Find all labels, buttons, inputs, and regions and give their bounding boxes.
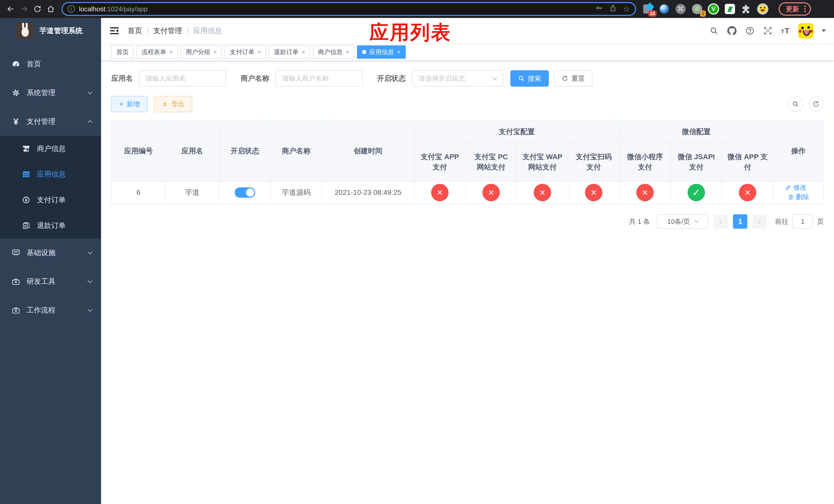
enabled-toggle[interactable] <box>235 187 255 198</box>
user-avatar[interactable] <box>798 23 813 39</box>
password-key-icon[interactable] <box>595 4 603 14</box>
toggle-search-button[interactable] <box>788 96 803 112</box>
col-status: 开启状态 <box>219 121 270 181</box>
chevron-up-icon <box>87 120 93 125</box>
col-wx-jsapi: 微信 JSAPI 支付 <box>671 143 722 181</box>
sidebar-item-pay-order[interactable]: 支付订单 <box>0 187 101 213</box>
extension-avatar-icon[interactable]: 1 <box>692 3 703 15</box>
search-button[interactable]: 搜索 <box>510 70 549 87</box>
reset-button[interactable]: 重置 <box>554 70 592 87</box>
breadcrumb-payment[interactable]: 支付管理 <box>153 26 182 36</box>
prev-page-button[interactable]: ‹ <box>714 214 728 229</box>
col-alipay-pc: 支付宝 PC 网站支付 <box>465 143 517 181</box>
col-wx-app: 微信 APP 支付 <box>722 143 773 181</box>
breadcrumb-home[interactable]: 首页 <box>128 26 142 36</box>
payment-submenu: 商户信息 应用信息 支付订单 <box>0 136 101 238</box>
sidebar-item-dev-tools[interactable]: 研发工具 <box>0 267 101 296</box>
tab-merchant-info[interactable]: 商户信息× <box>313 45 354 59</box>
help-icon[interactable] <box>745 26 755 36</box>
briefcase-icon <box>11 277 21 286</box>
sidebar-item-home[interactable]: 首页 <box>0 50 101 78</box>
wx-jsapi-status-icon <box>687 184 705 201</box>
sidebar-item-payment[interactable]: ¥ 支付管理 <box>0 107 101 136</box>
export-button[interactable]: 导出 <box>154 96 192 112</box>
app-logo[interactable]: 芋道管理系统 <box>0 18 101 44</box>
add-button[interactable]: + 新增 <box>111 96 148 112</box>
browser-forward-icon[interactable] <box>18 2 31 16</box>
alipay-qr-status-icon <box>585 184 602 201</box>
extension-grid-icon[interactable]: 10 <box>642 3 654 15</box>
browser-update-button[interactable]: 更新 <box>778 2 811 16</box>
sidebar-collapse-icon[interactable] <box>109 26 119 36</box>
tab-refund-order[interactable]: 退款订单× <box>269 45 310 59</box>
sidebar-item-merchant-info[interactable]: 商户信息 <box>0 136 101 161</box>
col-app-id: 应用编号 <box>112 121 166 181</box>
tab-user-group[interactable]: 用户分组× <box>180 45 222 59</box>
chevron-down-icon <box>87 278 93 283</box>
extensions-puzzle-icon[interactable] <box>741 3 752 15</box>
table-row: 6 芋道 芋道源码 2021-10-23 08:49:25 <box>112 181 824 204</box>
table-toolbar: + 新增 导出 <box>111 96 824 112</box>
delete-link[interactable]: 删除 <box>788 192 809 202</box>
alipay-pc-status-icon <box>482 184 500 201</box>
close-icon[interactable]: × <box>397 49 401 55</box>
merchant-name-input[interactable] <box>276 70 363 87</box>
browser-reload-icon[interactable] <box>31 2 44 16</box>
close-icon[interactable]: × <box>346 49 349 55</box>
browser-back-icon[interactable] <box>4 2 18 16</box>
sidebar-item-infrastructure[interactable]: 基础设施 <box>0 238 101 267</box>
bookmark-star-icon[interactable]: ☆ <box>623 5 630 13</box>
sidebar-item-system[interactable]: 系统管理 <box>0 78 101 107</box>
share-icon[interactable] <box>609 4 617 14</box>
extension-balloon-icon[interactable] <box>659 3 670 15</box>
extension-badge: 1 <box>700 10 706 17</box>
page-number-button[interactable]: 1 <box>733 214 747 229</box>
app-table: 应用编号 应用名 开启状态 商户名称 创建时间 支付宝配置 微信配置 操作 支付… <box>111 120 824 204</box>
wx-mini-status-icon <box>636 184 654 201</box>
sidebar-item-workflow[interactable]: 工作流程 <box>0 296 101 324</box>
avatar-caret-icon[interactable] <box>822 29 826 32</box>
cell-app-name: 芋道 <box>166 181 219 204</box>
site-info-icon[interactable]: i <box>68 5 75 13</box>
close-icon[interactable]: × <box>213 49 217 55</box>
total-count: 共 1 条 <box>629 217 650 226</box>
fullscreen-icon[interactable] <box>763 26 773 36</box>
close-icon[interactable]: × <box>302 49 305 55</box>
browser-home-icon[interactable] <box>44 2 58 16</box>
alipay-wap-status-icon <box>534 184 551 201</box>
col-actions: 操作 <box>773 121 824 181</box>
breadcrumb: 首页 / 支付管理 / 应用信息 <box>128 26 222 36</box>
tab-app-info[interactable]: 应用信息× <box>357 45 406 59</box>
sidebar-item-app-info[interactable]: 应用信息 <box>0 161 101 187</box>
close-icon[interactable]: × <box>169 49 173 55</box>
app-name-label: 应用名 <box>111 74 133 83</box>
tab-process-form[interactable]: 流程表单× <box>136 45 178 59</box>
tab-home[interactable]: 首页 <box>111 45 134 59</box>
status-select[interactable]: 请选择开启状态 <box>412 70 503 87</box>
header-search-icon[interactable] <box>709 26 719 36</box>
app-title: 芋道管理系统 <box>40 26 83 36</box>
tags-view-bar: 首页 流程表单× 用户分组× 支付订单× 退款订单× 商户信息× 应用信息× <box>101 44 834 61</box>
next-page-button[interactable]: › <box>752 214 767 229</box>
goto-page-input[interactable] <box>792 214 813 229</box>
profile-avatar-icon[interactable] <box>757 3 768 15</box>
github-icon[interactable] <box>727 26 737 36</box>
edit-link[interactable]: 修改 <box>785 183 807 192</box>
application-root: i localhost:1024/pay/app ☆ 10 ⌘ 1 <box>0 0 834 504</box>
font-size-icon[interactable]: TT <box>781 26 790 35</box>
extension-leaf-icon[interactable] <box>724 3 736 15</box>
extension-v-icon[interactable] <box>708 3 719 15</box>
tab-pay-order[interactable]: 支付订单× <box>225 45 266 59</box>
refresh-button[interactable] <box>808 96 824 112</box>
browser-menu-icon[interactable] <box>804 6 806 12</box>
chevron-down-icon <box>87 249 93 255</box>
sidebar-item-refund-order[interactable]: 退款订单 <box>0 213 101 238</box>
col-alipay-app: 支付宝 APP 支付 <box>414 143 465 181</box>
logo-rabbit-image <box>16 22 33 39</box>
close-icon[interactable]: × <box>258 49 261 55</box>
extension-command-icon[interactable]: ⌘ <box>675 3 686 15</box>
app-name-input[interactable] <box>139 70 226 87</box>
address-bar[interactable]: i localhost:1024/pay/app ☆ <box>62 2 636 16</box>
page-size-select[interactable]: 10条/页 <box>657 214 708 229</box>
col-group-alipay: 支付宝配置 <box>414 121 619 143</box>
